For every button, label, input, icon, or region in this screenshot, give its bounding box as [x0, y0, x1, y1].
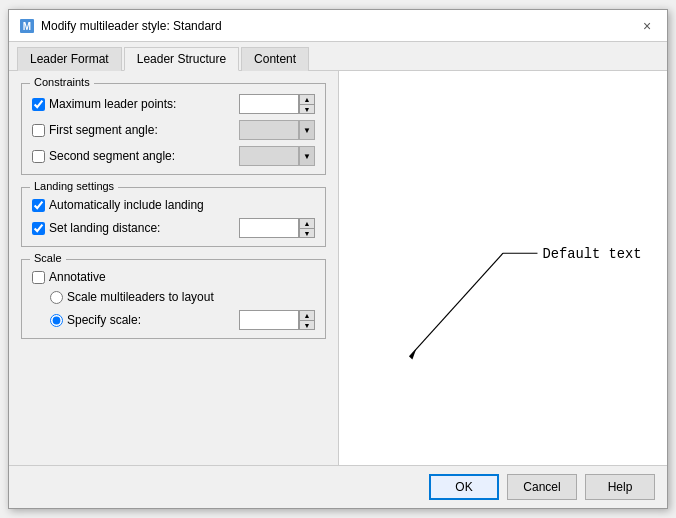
scale-to-layout-label[interactable]: Scale multileaders to layout: [50, 290, 214, 304]
scale-to-layout-row: Scale multileaders to layout: [32, 290, 315, 304]
landing-distance-up[interactable]: ▲: [299, 218, 315, 228]
cancel-button[interactable]: Cancel: [507, 474, 577, 500]
specify-scale-down[interactable]: ▼: [299, 320, 315, 330]
tab-content[interactable]: Content: [241, 47, 309, 71]
specify-scale-label[interactable]: Specify scale:: [50, 313, 141, 327]
second-segment-input[interactable]: 0: [239, 146, 299, 166]
tab-leader-format[interactable]: Leader Format: [17, 47, 122, 71]
second-segment-dropdown-wrap: 0 ▼: [239, 146, 315, 166]
preview-text: Default text: [542, 247, 641, 262]
landing-label: Landing settings: [30, 180, 118, 192]
content-area: Constraints Maximum leader points: 2 ▲ ▼: [9, 71, 667, 465]
max-leader-points-spinner: 2 ▲ ▼: [239, 94, 315, 114]
constraints-label: Constraints: [30, 76, 94, 88]
svg-text:M: M: [23, 21, 31, 32]
landing-distance-checkbox[interactable]: [32, 222, 45, 235]
second-segment-label[interactable]: Second segment angle:: [32, 149, 233, 163]
annotative-label[interactable]: Annotative: [32, 270, 315, 284]
specify-scale-row: Specify scale: 1 ▲ ▼: [32, 310, 315, 330]
specify-scale-up[interactable]: ▲: [299, 310, 315, 320]
first-segment-checkbox[interactable]: [32, 124, 45, 137]
constraints-group: Constraints Maximum leader points: 2 ▲ ▼: [21, 83, 326, 175]
ok-button[interactable]: OK: [429, 474, 499, 500]
specify-scale-btns: ▲ ▼: [299, 310, 315, 330]
second-segment-row: Second segment angle: 0 ▼: [32, 146, 315, 166]
auto-include-row: Automatically include landing: [32, 198, 315, 212]
landing-distance-down[interactable]: ▼: [299, 228, 315, 238]
max-leader-points-up[interactable]: ▲: [299, 94, 315, 104]
scale-group-label: Scale: [30, 252, 66, 264]
first-segment-label[interactable]: First segment angle:: [32, 123, 233, 137]
tab-leader-structure[interactable]: Leader Structure: [124, 47, 239, 71]
max-leader-points-row: Maximum leader points: 2 ▲ ▼: [32, 94, 315, 114]
max-leader-points-checkbox[interactable]: [32, 98, 45, 111]
left-panel: Constraints Maximum leader points: 2 ▲ ▼: [9, 71, 339, 465]
specify-scale-spinner: 1 ▲ ▼: [239, 310, 315, 330]
dialog-icon: M: [19, 18, 35, 34]
max-leader-points-label[interactable]: Maximum leader points:: [32, 97, 233, 111]
first-segment-input[interactable]: 0: [239, 120, 299, 140]
max-leader-points-down[interactable]: ▼: [299, 104, 315, 114]
preview-svg: Default text: [339, 71, 667, 465]
first-segment-dropdown-btn[interactable]: ▼: [299, 120, 315, 140]
landing-distance-spinner: 8 ▲ ▼: [239, 218, 315, 238]
annotative-row: Annotative: [32, 270, 315, 284]
first-segment-dropdown-wrap: 0 ▼: [239, 120, 315, 140]
scale-group: Scale Annotative Scale multileaders to l…: [21, 259, 326, 339]
landing-distance-btns: ▲ ▼: [299, 218, 315, 238]
first-segment-row: First segment angle: 0 ▼: [32, 120, 315, 140]
dialog-title: Modify multileader style: Standard: [41, 19, 222, 33]
auto-include-label[interactable]: Automatically include landing: [32, 198, 315, 212]
max-leader-points-btns: ▲ ▼: [299, 94, 315, 114]
second-segment-dropdown-btn[interactable]: ▼: [299, 146, 315, 166]
title-bar-left: M Modify multileader style: Standard: [19, 18, 222, 34]
preview-panel: Default text: [339, 71, 667, 465]
landing-distance-input[interactable]: 8: [239, 218, 299, 238]
landing-group: Landing settings Automatically include l…: [21, 187, 326, 247]
specify-scale-input[interactable]: 1: [239, 310, 299, 330]
annotative-checkbox[interactable]: [32, 271, 45, 284]
svg-marker-4: [409, 349, 416, 360]
auto-include-checkbox[interactable]: [32, 199, 45, 212]
dialog: M Modify multileader style: Standard × L…: [8, 9, 668, 509]
close-button[interactable]: ×: [637, 16, 657, 36]
title-bar: M Modify multileader style: Standard ×: [9, 10, 667, 42]
bottom-bar: OK Cancel Help: [9, 465, 667, 508]
max-leader-points-input[interactable]: 2: [239, 94, 299, 114]
svg-line-2: [409, 253, 503, 356]
scale-to-layout-radio[interactable]: [50, 291, 63, 304]
tabs-bar: Leader Format Leader Structure Content: [9, 42, 667, 71]
landing-distance-label[interactable]: Set landing distance:: [32, 221, 233, 235]
landing-distance-row: Set landing distance: 8 ▲ ▼: [32, 218, 315, 238]
specify-scale-radio[interactable]: [50, 314, 63, 327]
help-button[interactable]: Help: [585, 474, 655, 500]
preview-content: Default text: [339, 71, 667, 465]
second-segment-checkbox[interactable]: [32, 150, 45, 163]
